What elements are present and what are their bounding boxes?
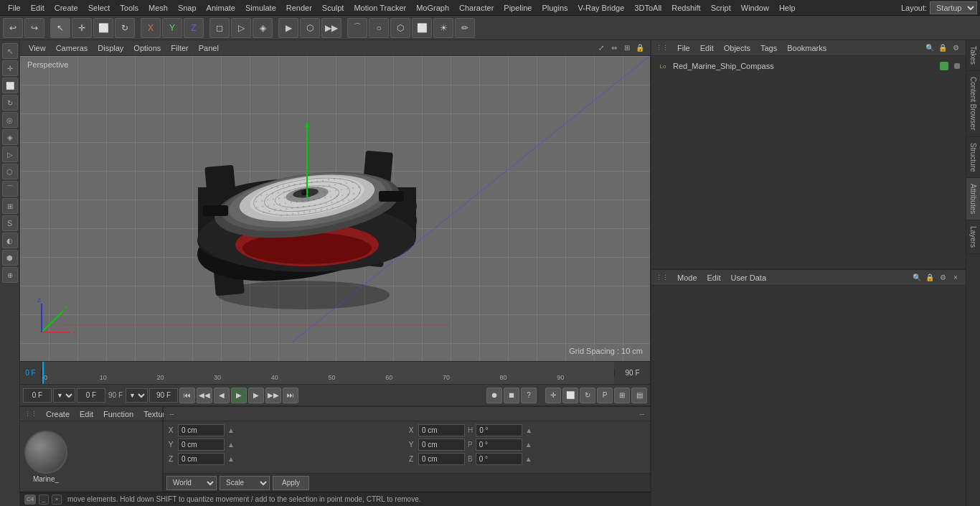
start-frame-input[interactable] <box>77 388 105 403</box>
tab-attributes[interactable]: Attributes <box>966 178 980 220</box>
frame-end-select[interactable]: ▼ <box>126 388 148 403</box>
sidebar-btn11[interactable]: S <box>2 215 18 231</box>
obj-menu-edit[interactable]: Edit <box>696 42 718 54</box>
menu-edit[interactable]: Edit <box>26 2 50 14</box>
material-item[interactable]: Marine_ <box>24 431 67 483</box>
vp-menu-display[interactable]: Display <box>93 42 128 54</box>
y-axis-button[interactable]: Y <box>162 18 182 38</box>
spline-btn[interactable]: ⌒ <box>347 18 367 38</box>
menu-file[interactable]: File <box>3 2 26 14</box>
end-frame-input[interactable] <box>149 388 178 403</box>
scale-tool-pb[interactable]: ⬜ <box>562 388 578 403</box>
obj-menu-tags[interactable]: Tags <box>756 42 781 54</box>
render3-btn[interactable]: ▶▶ <box>321 18 341 38</box>
mat-menu-function[interactable]: Function <box>99 408 138 420</box>
prev-button[interactable]: ◀ <box>214 388 230 403</box>
p-rot-input[interactable] <box>418 439 465 451</box>
grid-button[interactable]: ⊞ <box>614 388 630 403</box>
object-mode-button[interactable]: ◻ <box>209 18 230 38</box>
menu-mograph[interactable]: MoGraph <box>411 2 454 14</box>
vp-icon-maximize[interactable]: ⤢ <box>595 42 607 54</box>
obj-menu-objects[interactable]: Objects <box>720 42 755 54</box>
rotate-tool-pb[interactable]: ↻ <box>580 388 595 403</box>
note-btn[interactable]: ✏ <box>455 18 475 38</box>
next-frame-button[interactable]: ▶▶ <box>265 388 281 403</box>
sidebar-btn8[interactable]: ⬡ <box>2 164 18 179</box>
vp-menu-view[interactable]: View <box>24 42 50 54</box>
attr-lock-icon[interactable]: 🔒 <box>924 272 936 284</box>
menu-vray[interactable]: V-Ray Bridge <box>573 2 630 14</box>
sidebar-btn9[interactable]: ⌒ <box>2 181 18 197</box>
rotate-tool-button[interactable]: ↻ <box>115 18 135 38</box>
help-button[interactable]: ? <box>521 388 537 403</box>
world-select[interactable]: World <box>166 476 217 490</box>
x-pos-input[interactable] <box>178 424 225 436</box>
move-tool-button[interactable]: ✛ <box>72 18 92 38</box>
render2-btn[interactable]: ⬡ <box>300 18 320 38</box>
obj-lock-icon[interactable]: 🔒 <box>937 42 948 54</box>
close-btn[interactable]: × <box>52 495 62 505</box>
sidebar-btn12[interactable]: ◐ <box>2 233 18 248</box>
go-to-end-button[interactable]: ⏭ <box>283 388 298 403</box>
menu-render[interactable]: Render <box>281 2 317 14</box>
vp-menu-options[interactable]: Options <box>129 42 165 54</box>
current-frame-input[interactable] <box>23 388 52 403</box>
p-angle-input[interactable] <box>476 439 522 451</box>
floor-btn[interactable]: ⬡ <box>390 18 410 38</box>
menu-animate[interactable]: Animate <box>202 2 240 14</box>
h-rot-input[interactable] <box>418 424 465 436</box>
tab-content-browser[interactable]: Content Browser <box>966 71 980 136</box>
camera-btn[interactable]: ⬜ <box>412 18 432 38</box>
vp-menu-panel[interactable]: Panel <box>194 42 223 54</box>
attr-menu-edit[interactable]: Edit <box>703 272 725 284</box>
z-axis-button[interactable]: Z <box>184 18 204 38</box>
object-item-compass[interactable]: Lo Red_Marine_Ship_Compass <box>654 59 963 73</box>
mat-menu-create[interactable]: Create <box>42 408 74 420</box>
attr-menu-mode[interactable]: Mode <box>673 272 702 284</box>
prev-frame-button[interactable]: ◀◀ <box>197 388 212 403</box>
sidebar-select-btn[interactable]: ↖ <box>2 43 18 59</box>
obj-settings-icon[interactable]: ⚙ <box>950 42 961 54</box>
mat-menu-edit[interactable]: Edit <box>75 408 98 420</box>
record-button[interactable]: ⏺ <box>486 388 502 403</box>
play-button[interactable]: ▶ <box>231 388 247 403</box>
tab-takes[interactable]: Takes <box>966 40 980 71</box>
move-tool-pb[interactable]: ✛ <box>545 388 561 403</box>
sidebar-scale-btn[interactable]: ⬜ <box>2 78 18 93</box>
menu-sculpt[interactable]: Sculpt <box>317 2 349 14</box>
attr-search-icon[interactable]: 🔍 <box>911 272 923 284</box>
apply-button[interactable]: Apply <box>273 476 309 490</box>
tab-structure[interactable]: Structure <box>966 137 980 179</box>
b-rot-input[interactable] <box>418 453 465 465</box>
sidebar-btn7[interactable]: ▷ <box>2 146 18 162</box>
light-btn[interactable]: ☀ <box>433 18 453 38</box>
timeline-ruler[interactable]: 0 10 20 30 40 50 60 70 80 90 <box>42 362 614 384</box>
obj-menu-bookmarks[interactable]: Bookmarks <box>783 42 831 54</box>
sidebar-btn6[interactable]: ◈ <box>2 129 18 145</box>
menu-simulate[interactable]: Simulate <box>240 2 281 14</box>
menu-select[interactable]: Select <box>83 2 116 14</box>
attr-settings-icon[interactable]: ⚙ <box>937 272 948 284</box>
menu-help[interactable]: Help <box>774 2 801 14</box>
tab-layers[interactable]: Layers <box>966 220 980 254</box>
polygon-mode-button[interactable]: ▷ <box>231 18 251 38</box>
scale-select[interactable]: Scale <box>220 476 270 490</box>
sidebar-move-btn[interactable]: ✛ <box>2 60 18 76</box>
menu-create[interactable]: Create <box>50 2 83 14</box>
undo-button[interactable]: ↩ <box>3 18 23 38</box>
menu-motion-tracker[interactable]: Motion Tracker <box>349 2 411 14</box>
layout-select[interactable]: Startup <box>930 1 977 14</box>
frame-mode-select[interactable]: ▼ <box>53 388 75 403</box>
render-btn[interactable]: ▶ <box>278 18 298 38</box>
vp-icon-grid[interactable]: ⊞ <box>621 42 633 54</box>
attr-menu-userdata[interactable]: User Data <box>727 272 771 284</box>
menu-redshift[interactable]: Redshift <box>666 2 705 14</box>
next-button[interactable]: ▶ <box>248 388 264 403</box>
menu-plugins[interactable]: Plugins <box>537 2 573 14</box>
sidebar-btn5[interactable]: ◎ <box>2 112 18 128</box>
h-angle-input[interactable] <box>476 424 522 436</box>
minimize-btn[interactable]: _ <box>39 495 49 505</box>
menu-snap[interactable]: Snap <box>173 2 202 14</box>
list-button[interactable]: ▤ <box>631 388 647 403</box>
cinema4d-icon[interactable]: C4 <box>24 495 36 505</box>
